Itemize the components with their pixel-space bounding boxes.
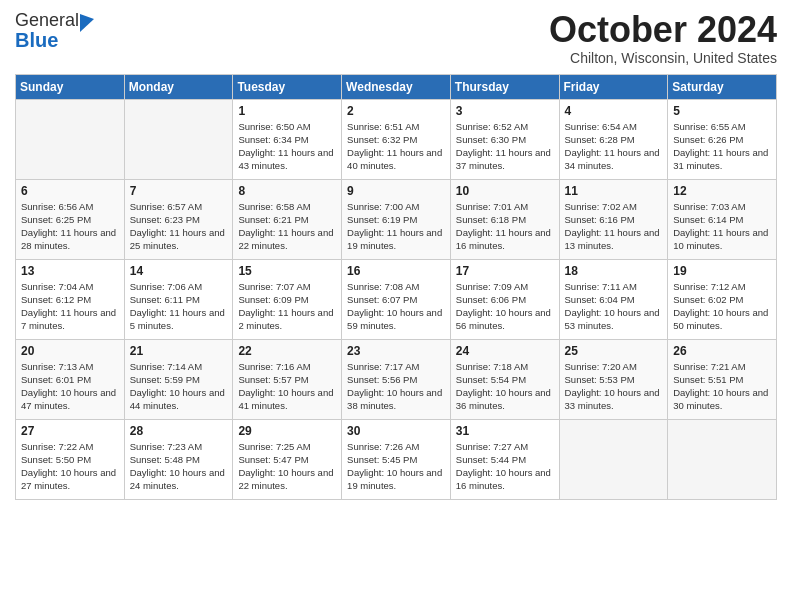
calendar-day-cell: 17Sunrise: 7:09 AMSunset: 6:06 PMDayligh…	[450, 259, 559, 339]
day-info: Sunrise: 6:56 AMSunset: 6:25 PMDaylight:…	[21, 200, 119, 253]
day-number: 27	[21, 424, 119, 438]
calendar-table: SundayMondayTuesdayWednesdayThursdayFrid…	[15, 74, 777, 500]
day-number: 22	[238, 344, 336, 358]
weekday-header-friday: Friday	[559, 74, 668, 99]
day-info: Sunrise: 6:54 AMSunset: 6:28 PMDaylight:…	[565, 120, 663, 173]
day-number: 16	[347, 264, 445, 278]
day-number: 3	[456, 104, 554, 118]
logo-general: General	[15, 10, 79, 31]
day-info: Sunrise: 7:21 AMSunset: 5:51 PMDaylight:…	[673, 360, 771, 413]
calendar-day-cell	[559, 419, 668, 499]
day-info: Sunrise: 7:27 AMSunset: 5:44 PMDaylight:…	[456, 440, 554, 493]
title-block: October 2024 Chilton, Wisconsin, United …	[549, 10, 777, 66]
calendar-day-cell: 1Sunrise: 6:50 AMSunset: 6:34 PMDaylight…	[233, 99, 342, 179]
day-number: 18	[565, 264, 663, 278]
day-number: 25	[565, 344, 663, 358]
logo: General Blue	[15, 10, 94, 52]
day-number: 8	[238, 184, 336, 198]
day-info: Sunrise: 6:51 AMSunset: 6:32 PMDaylight:…	[347, 120, 445, 173]
day-number: 5	[673, 104, 771, 118]
day-info: Sunrise: 7:08 AMSunset: 6:07 PMDaylight:…	[347, 280, 445, 333]
month-title: October 2024	[549, 10, 777, 50]
day-number: 9	[347, 184, 445, 198]
day-number: 28	[130, 424, 228, 438]
day-info: Sunrise: 6:52 AMSunset: 6:30 PMDaylight:…	[456, 120, 554, 173]
calendar-day-cell: 14Sunrise: 7:06 AMSunset: 6:11 PMDayligh…	[124, 259, 233, 339]
day-info: Sunrise: 7:18 AMSunset: 5:54 PMDaylight:…	[456, 360, 554, 413]
calendar-day-cell: 29Sunrise: 7:25 AMSunset: 5:47 PMDayligh…	[233, 419, 342, 499]
day-number: 13	[21, 264, 119, 278]
logo-blue: Blue	[15, 29, 58, 52]
calendar-day-cell: 18Sunrise: 7:11 AMSunset: 6:04 PMDayligh…	[559, 259, 668, 339]
calendar-day-cell: 3Sunrise: 6:52 AMSunset: 6:30 PMDaylight…	[450, 99, 559, 179]
calendar-day-cell: 10Sunrise: 7:01 AMSunset: 6:18 PMDayligh…	[450, 179, 559, 259]
weekday-header-saturday: Saturday	[668, 74, 777, 99]
calendar-day-cell: 23Sunrise: 7:17 AMSunset: 5:56 PMDayligh…	[342, 339, 451, 419]
day-info: Sunrise: 6:50 AMSunset: 6:34 PMDaylight:…	[238, 120, 336, 173]
calendar-day-cell	[668, 419, 777, 499]
day-number: 21	[130, 344, 228, 358]
day-number: 2	[347, 104, 445, 118]
weekday-header-thursday: Thursday	[450, 74, 559, 99]
day-info: Sunrise: 6:55 AMSunset: 6:26 PMDaylight:…	[673, 120, 771, 173]
day-number: 11	[565, 184, 663, 198]
day-number: 24	[456, 344, 554, 358]
page-header: General Blue October 2024 Chilton, Wisco…	[15, 10, 777, 66]
calendar-day-cell	[124, 99, 233, 179]
day-info: Sunrise: 7:20 AMSunset: 5:53 PMDaylight:…	[565, 360, 663, 413]
location: Chilton, Wisconsin, United States	[549, 50, 777, 66]
calendar-header-row: SundayMondayTuesdayWednesdayThursdayFrid…	[16, 74, 777, 99]
day-number: 15	[238, 264, 336, 278]
calendar-day-cell: 16Sunrise: 7:08 AMSunset: 6:07 PMDayligh…	[342, 259, 451, 339]
day-info: Sunrise: 7:02 AMSunset: 6:16 PMDaylight:…	[565, 200, 663, 253]
day-number: 31	[456, 424, 554, 438]
day-info: Sunrise: 7:23 AMSunset: 5:48 PMDaylight:…	[130, 440, 228, 493]
day-info: Sunrise: 7:26 AMSunset: 5:45 PMDaylight:…	[347, 440, 445, 493]
calendar-day-cell: 21Sunrise: 7:14 AMSunset: 5:59 PMDayligh…	[124, 339, 233, 419]
calendar-day-cell: 20Sunrise: 7:13 AMSunset: 6:01 PMDayligh…	[16, 339, 125, 419]
calendar-day-cell: 9Sunrise: 7:00 AMSunset: 6:19 PMDaylight…	[342, 179, 451, 259]
day-number: 23	[347, 344, 445, 358]
calendar-day-cell: 27Sunrise: 7:22 AMSunset: 5:50 PMDayligh…	[16, 419, 125, 499]
day-info: Sunrise: 7:13 AMSunset: 6:01 PMDaylight:…	[21, 360, 119, 413]
calendar-day-cell	[16, 99, 125, 179]
calendar-week-row: 6Sunrise: 6:56 AMSunset: 6:25 PMDaylight…	[16, 179, 777, 259]
weekday-header-sunday: Sunday	[16, 74, 125, 99]
day-number: 12	[673, 184, 771, 198]
day-info: Sunrise: 7:03 AMSunset: 6:14 PMDaylight:…	[673, 200, 771, 253]
day-info: Sunrise: 7:12 AMSunset: 6:02 PMDaylight:…	[673, 280, 771, 333]
day-number: 10	[456, 184, 554, 198]
calendar-day-cell: 8Sunrise: 6:58 AMSunset: 6:21 PMDaylight…	[233, 179, 342, 259]
weekday-header-monday: Monday	[124, 74, 233, 99]
calendar-week-row: 27Sunrise: 7:22 AMSunset: 5:50 PMDayligh…	[16, 419, 777, 499]
day-info: Sunrise: 7:06 AMSunset: 6:11 PMDaylight:…	[130, 280, 228, 333]
day-number: 30	[347, 424, 445, 438]
day-info: Sunrise: 7:07 AMSunset: 6:09 PMDaylight:…	[238, 280, 336, 333]
day-number: 29	[238, 424, 336, 438]
calendar-day-cell: 13Sunrise: 7:04 AMSunset: 6:12 PMDayligh…	[16, 259, 125, 339]
day-number: 17	[456, 264, 554, 278]
calendar-day-cell: 22Sunrise: 7:16 AMSunset: 5:57 PMDayligh…	[233, 339, 342, 419]
calendar-day-cell: 19Sunrise: 7:12 AMSunset: 6:02 PMDayligh…	[668, 259, 777, 339]
day-info: Sunrise: 7:01 AMSunset: 6:18 PMDaylight:…	[456, 200, 554, 253]
calendar-week-row: 1Sunrise: 6:50 AMSunset: 6:34 PMDaylight…	[16, 99, 777, 179]
calendar-day-cell: 7Sunrise: 6:57 AMSunset: 6:23 PMDaylight…	[124, 179, 233, 259]
day-info: Sunrise: 7:14 AMSunset: 5:59 PMDaylight:…	[130, 360, 228, 413]
day-info: Sunrise: 7:09 AMSunset: 6:06 PMDaylight:…	[456, 280, 554, 333]
day-info: Sunrise: 7:22 AMSunset: 5:50 PMDaylight:…	[21, 440, 119, 493]
calendar-day-cell: 26Sunrise: 7:21 AMSunset: 5:51 PMDayligh…	[668, 339, 777, 419]
day-info: Sunrise: 7:25 AMSunset: 5:47 PMDaylight:…	[238, 440, 336, 493]
day-number: 14	[130, 264, 228, 278]
calendar-week-row: 20Sunrise: 7:13 AMSunset: 6:01 PMDayligh…	[16, 339, 777, 419]
calendar-day-cell: 24Sunrise: 7:18 AMSunset: 5:54 PMDayligh…	[450, 339, 559, 419]
weekday-header-tuesday: Tuesday	[233, 74, 342, 99]
calendar-week-row: 13Sunrise: 7:04 AMSunset: 6:12 PMDayligh…	[16, 259, 777, 339]
day-number: 6	[21, 184, 119, 198]
day-number: 20	[21, 344, 119, 358]
day-number: 26	[673, 344, 771, 358]
calendar-day-cell: 2Sunrise: 6:51 AMSunset: 6:32 PMDaylight…	[342, 99, 451, 179]
calendar-day-cell: 4Sunrise: 6:54 AMSunset: 6:28 PMDaylight…	[559, 99, 668, 179]
day-info: Sunrise: 7:00 AMSunset: 6:19 PMDaylight:…	[347, 200, 445, 253]
weekday-header-wednesday: Wednesday	[342, 74, 451, 99]
day-info: Sunrise: 7:11 AMSunset: 6:04 PMDaylight:…	[565, 280, 663, 333]
